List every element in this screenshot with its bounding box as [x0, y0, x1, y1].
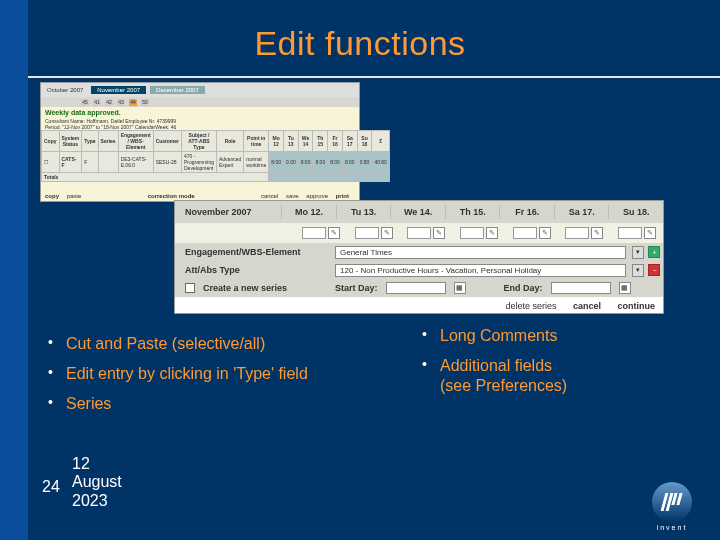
left-accent-bar [0, 0, 28, 540]
bullets-left: Cut and Paste (selective/all) Edit entry… [48, 334, 388, 424]
slide-title: Edit functions [0, 24, 720, 63]
slide-date: 12 August 2023 [72, 455, 122, 510]
engagement-dropdown[interactable]: General Times [335, 246, 626, 259]
note-icon[interactable]: ✎ [433, 227, 445, 239]
dialog-actions: delete series cancel continue [491, 301, 655, 311]
hours-input[interactable] [513, 227, 537, 239]
edit-dialog-screenshot: November 2007 Mo 12. Tu 13. We 14. Th 15… [174, 200, 664, 314]
approval-status: Weekly data approved. [41, 107, 359, 118]
series-checkbox[interactable] [185, 283, 195, 293]
engagement-row: Engagement/WBS-Element General Times ▾ + [175, 243, 663, 261]
month-tabs: October 2007 November 2007 December 2007 [41, 83, 359, 97]
hours-input[interactable] [460, 227, 484, 239]
divider-line [28, 76, 720, 78]
slide-number: 24 [42, 478, 60, 496]
timesheet-grid: CopySystem Status TypeSeries Engagement … [41, 130, 390, 182]
attabs-row: Att/Abs Type 120 - Non Productive Hours … [175, 261, 663, 279]
calendar-icon[interactable]: ▦ [619, 282, 631, 294]
totals-row: Totals [42, 173, 390, 182]
note-icon[interactable]: ✎ [591, 227, 603, 239]
note-icon[interactable]: ✎ [644, 227, 656, 239]
hours-input[interactable] [302, 227, 326, 239]
continue-link[interactable]: continue [618, 301, 656, 311]
timesheet-screenshot: October 2007 November 2007 December 2007… [40, 82, 360, 202]
chevron-down-icon[interactable]: ▾ [632, 246, 644, 259]
hours-input[interactable] [565, 227, 589, 239]
delete-series-link[interactable]: delete series [505, 301, 556, 311]
hp-logo: invent [642, 482, 702, 522]
remove-icon[interactable]: − [648, 264, 660, 276]
note-icon[interactable]: ✎ [328, 227, 340, 239]
table-row: ☐ CATS-F F DE3-CATS-E.06.0 SESU-28 470 -… [42, 152, 390, 173]
day-header-row: November 2007 Mo 12. Tu 13. We 14. Th 15… [175, 201, 663, 223]
list-item: Series [48, 394, 388, 414]
hours-input-row: ✎ ✎ ✎ ✎ ✎ ✎ ✎ [175, 223, 663, 243]
end-day-input[interactable] [551, 282, 611, 294]
list-item: Long Comments [422, 326, 682, 346]
bullets-right: Long Comments Additional fields (see Pre… [422, 326, 682, 406]
note-icon[interactable]: ✎ [539, 227, 551, 239]
start-day-input[interactable] [386, 282, 446, 294]
action-bar: copy paste correction mode cancel save a… [45, 193, 355, 199]
add-icon[interactable]: + [648, 246, 660, 258]
series-row: Create a new series Start Day: ▦ End Day… [175, 279, 663, 297]
list-item: Additional fields (see Preferences) [422, 356, 682, 396]
cancel-link[interactable]: cancel [573, 301, 601, 311]
hours-input[interactable] [618, 227, 642, 239]
note-icon[interactable]: ✎ [381, 227, 393, 239]
attabs-dropdown[interactable]: 120 - Non Productive Hours - Vacation, P… [335, 264, 626, 277]
week-selector: 45 41 42 43 44 50 [41, 97, 359, 107]
hours-input[interactable] [407, 227, 431, 239]
list-item: Cut and Paste (selective/all) [48, 334, 388, 354]
calendar-icon[interactable]: ▦ [454, 282, 466, 294]
note-icon[interactable]: ✎ [486, 227, 498, 239]
chevron-down-icon[interactable]: ▾ [632, 264, 644, 277]
hours-input[interactable] [355, 227, 379, 239]
list-item: Edit entry by clicking in 'Type' field [48, 364, 388, 384]
